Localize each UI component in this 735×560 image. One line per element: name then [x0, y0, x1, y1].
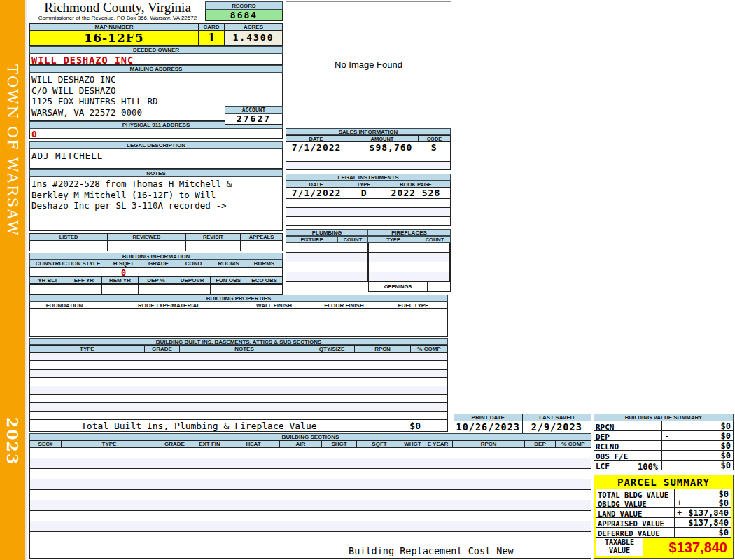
bvs-lcf-value: $0 [721, 461, 733, 470]
bvs-dep-label: DEP [594, 431, 661, 440]
reviewed-value[interactable] [108, 241, 186, 251]
building-sections-empty-row [29, 458, 592, 469]
rooms-value[interactable] [211, 267, 246, 276]
sales-row[interactable]: 7/1/2022 $98,760 S [286, 142, 451, 153]
building-sections-empty-row [29, 511, 592, 522]
bs-type-label: TYPE [62, 440, 158, 448]
bs-sqft-label: SQFT [357, 440, 402, 448]
bvs-rclnd-value: $0 [721, 441, 733, 450]
fireplace-type-label: TYPE [368, 236, 419, 243]
notes-line: Deshazo Inc per SL 3-110A recorded -> [31, 200, 282, 211]
bvs-op: - [662, 431, 672, 440]
legal-description-value[interactable]: ADJ MITCHELL [29, 149, 283, 169]
county-header: Richmond County, Virginia Commissioner o… [29, 0, 283, 23]
floor-finish-value[interactable] [309, 309, 379, 337]
review-table: LISTED REVIEWED REVISIT APPEALS [29, 233, 283, 251]
print-date-value: 10/26/2023 [454, 421, 523, 433]
instruments-title: LEGAL INSTRUMENTS [286, 174, 451, 181]
construction-style-value[interactable] [29, 267, 106, 276]
built-ins-header-row: TYPE GRADE NOTES QTY/SIZE RPCN % COMP [29, 345, 448, 353]
obldg-label: OBLDG VALUE [596, 498, 675, 507]
instruments-empty-row [286, 217, 451, 226]
land-value-label: LAND VALUE [596, 508, 675, 517]
building-sections-empty-row [29, 479, 592, 490]
revisit-label: REVISIT [186, 233, 241, 241]
map-number-value[interactable]: 16-12F5 [29, 31, 199, 46]
review-header-row: LISTED REVIEWED REVISIT APPEALS [29, 233, 283, 241]
revisit-value[interactable] [186, 241, 241, 251]
grade-label: GRADE [141, 260, 176, 267]
bvs-rpcn-label: RPCN [594, 421, 661, 430]
foundation-value[interactable] [29, 309, 99, 337]
cond-value[interactable] [176, 267, 211, 276]
deferred-value: $0 [719, 528, 731, 537]
built-ins-empty-row [29, 395, 448, 403]
parcel-op: - [675, 528, 684, 537]
mailing-line: C/O WILL DESHAZO [31, 85, 282, 97]
funobs-value[interactable] [211, 284, 247, 295]
built-ins-empty-row [29, 403, 448, 412]
legal-description-label: LEGAL DESCRIPTION [29, 141, 283, 149]
pf-title-row: PLUMBING FIREPLACES [286, 229, 451, 236]
remyr-value[interactable] [102, 284, 139, 295]
ecoobs-value[interactable] [246, 284, 283, 295]
land-value: $137,840 [688, 508, 731, 517]
notes-line: Ins #2022-528 from Thomas H Mitchell & [31, 178, 282, 190]
building-info-header-row1: CONSTRUCTION STYLE H SQFT GRADE COND ROO… [29, 260, 283, 267]
floor-finish-label: FLOOR FINISH [309, 302, 379, 309]
grade-value[interactable] [141, 267, 176, 276]
notes-box[interactable]: Ins #2022-528 from Thomas H Mitchell & B… [29, 177, 283, 231]
wall-finish-value[interactable] [239, 309, 309, 337]
pf-body [286, 243, 451, 282]
hsqft-value[interactable]: 0 [106, 267, 141, 276]
print-date-label: PRINT DATE [454, 414, 523, 421]
building-information-title: BUILDING INFORMATION [29, 253, 283, 260]
building-properties-title: BUILDING PROPERTIES [29, 295, 448, 302]
listed-value[interactable] [29, 241, 108, 251]
fireplaces-rows [368, 243, 451, 282]
fuel-type-value[interactable] [379, 309, 448, 337]
yrblt-value[interactable] [29, 284, 66, 295]
appeals-value[interactable] [241, 241, 283, 251]
plumbing-title: PLUMBING [286, 229, 368, 236]
dep-pct-value[interactable] [139, 284, 175, 295]
account-value[interactable]: 27627 [225, 114, 283, 125]
bs-extfin-label: EXT FIN [192, 440, 227, 448]
card-value[interactable]: 1 [199, 31, 225, 46]
sales-empty-row [286, 162, 451, 170]
bi-comp-label: % COMP [411, 345, 448, 353]
plumbing-empty-row [286, 262, 368, 272]
jurisdiction-band: TOWN OF WARSAW 2023 [0, 0, 27, 560]
depovr-value[interactable] [174, 284, 211, 295]
depovr-label: DEPOVR [174, 276, 211, 284]
plumbing-empty-row [286, 243, 368, 253]
instrument-row[interactable]: 7/1/2022 D 2022 528 [286, 188, 451, 199]
appraised-label: APPRAISED VALUE [596, 518, 675, 527]
sales-date-label: DATE [286, 135, 346, 142]
building-info-value-row1: 0 [29, 267, 283, 276]
building-sections-header-row: SEC# TYPE GRADE EXT FIN HEAT AIR SHGT SQ… [29, 440, 592, 448]
roof-value[interactable] [99, 309, 239, 337]
notes-line: Berkley M Mitchell (16-12F) to Will [31, 190, 282, 201]
effyr-value[interactable] [66, 284, 103, 295]
print-info: PRINT DATE LAST SAVED 10/26/2023 2/9/202… [454, 414, 592, 433]
dep-pct-label: DEP % [139, 276, 175, 284]
building-properties: BUILDING PROPERTIES FOUNDATION ROOF TYPE… [29, 295, 448, 337]
deeded-owner-value[interactable]: WILL DESHAZO INC [29, 54, 283, 65]
openings-label: OPENINGS [368, 282, 428, 292]
sales-code-label: CODE [419, 135, 451, 142]
bdrms-value[interactable] [246, 267, 283, 276]
record-value[interactable]: 8684 [205, 10, 283, 21]
acres-value[interactable]: 1.4300 [225, 31, 283, 46]
openings-value[interactable] [428, 282, 451, 292]
physical-911-value[interactable]: 0 [29, 129, 283, 139]
appeals-label: APPEALS [241, 233, 283, 241]
bvs-row: RCLND $0 [594, 441, 734, 451]
bs-rpcn-label: RPCN [453, 440, 525, 448]
bvs-row: RPCN $0 [594, 421, 734, 431]
pf-header-row: FIXTURE COUNT TYPE COUNT [286, 236, 451, 243]
assessment-year: 2023 [4, 417, 22, 465]
record-label: RECORD [205, 1, 283, 10]
mailing-address-box[interactable]: WILL DESHAZO INC C/O WILL DESHAZO 1125 F… [29, 73, 283, 121]
taxable-row: TAXABLE VALUE $137,840 [596, 538, 732, 556]
